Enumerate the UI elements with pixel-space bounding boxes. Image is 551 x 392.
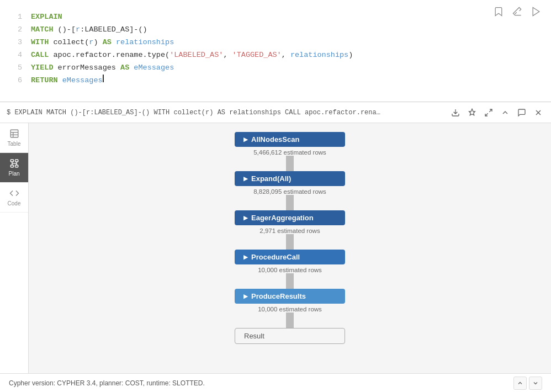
svg-line-1 — [489, 109, 492, 112]
download-icon[interactable] — [449, 107, 462, 119]
run-icon[interactable] — [530, 6, 542, 18]
pin-icon[interactable] — [466, 107, 478, 119]
scroll-up-button[interactable] — [513, 377, 527, 390]
plan-node-eageraggregation[interactable]: ▶ EagerAggregation — [235, 210, 345, 225]
plan-node-procedurecall[interactable]: ▶ ProcedureCall — [235, 250, 345, 264]
plan-node-rows: 10,000 estimated rows — [258, 306, 322, 312]
plan-node-rows: 10,000 estimated rows — [258, 267, 322, 273]
plan-node-label: ProcedureCall — [251, 253, 300, 261]
sidebar-item-plan[interactable]: Plan — [0, 153, 28, 183]
code-line-2[interactable]: 2 MATCH ()-[r:LABELED_AS]-() — [0, 24, 551, 36]
play-icon: ▶ — [243, 215, 248, 221]
code-line-6[interactable]: 6 RETURN eMessages — [0, 75, 551, 87]
sidebar-item-table[interactable]: Table — [0, 123, 28, 153]
code-line-5[interactable]: 5 YIELD errorMessages AS eMessages — [0, 62, 551, 75]
nav-label-code: Code — [8, 200, 21, 206]
connector — [286, 312, 294, 328]
code-line-4[interactable]: 4 CALL apoc.refactor.rename.type('LABELE… — [0, 49, 551, 62]
eraser-icon[interactable] — [511, 6, 523, 18]
nav-label-table: Table — [8, 141, 21, 147]
keyword-yield: YIELD — [31, 62, 54, 75]
close-icon[interactable] — [532, 107, 544, 119]
connector — [286, 156, 294, 171]
svg-line-2 — [485, 113, 488, 116]
side-nav: Table Plan Code — [0, 123, 29, 373]
line-number: 3 — [9, 36, 22, 49]
results-panel: $ EXPLAIN MATCH ()-[r:LABELED_AS]-() WIT… — [0, 102, 551, 392]
status-nav — [513, 377, 542, 390]
results-body: Table Plan Code — [0, 123, 551, 373]
plan-node-allnodesscan[interactable]: ▶ AllNodesScan — [235, 132, 345, 147]
code-line-3[interactable]: 3 WITH collect(r) AS relationships — [0, 36, 551, 49]
plan-node-result[interactable]: Result — [235, 328, 345, 344]
expand-icon[interactable] — [483, 107, 495, 119]
plan-node-label: Expand(All) — [251, 174, 291, 183]
svg-rect-10 — [15, 160, 18, 162]
results-header: $ EXPLAIN MATCH ()-[r:LABELED_AS]-() WIT… — [0, 102, 551, 123]
collapse-up-icon[interactable] — [499, 107, 511, 119]
plan-node-rows: 5,466,612 estimated rows — [253, 149, 326, 156]
plan-node-allnodesscan-wrap: ▶ AllNodesScan 5,466,612 estimated rows — [235, 132, 345, 156]
plan-canvas[interactable]: ▶ AllNodesScan 5,466,612 estimated rows … — [29, 123, 551, 373]
keyword-with: WITH — [31, 36, 49, 49]
line-number: 4 — [9, 49, 22, 62]
plan-node-rows: 2,971 estimated rows — [259, 227, 320, 234]
plan-node-expandall[interactable]: ▶ Expand(All) — [235, 171, 345, 186]
plan-node-procedurecall-wrap: ▶ ProcedureCall 10,000 estimated rows — [235, 250, 345, 273]
code-line-1[interactable]: 1 EXPLAIN — [0, 11, 551, 24]
plan-node-eageraggregation-wrap: ▶ EagerAggregation 2,971 estimated rows — [235, 210, 345, 234]
svg-rect-9 — [10, 160, 13, 162]
editor-toolbar — [492, 6, 542, 18]
connector — [286, 273, 294, 289]
connector — [286, 195, 294, 210]
line-number: 6 — [9, 75, 22, 87]
plan-node-label: AllNodesScan — [251, 135, 299, 144]
scroll-down-button[interactable] — [529, 377, 542, 390]
svg-rect-12 — [15, 165, 18, 167]
line-number: 5 — [9, 62, 22, 75]
comment-icon[interactable] — [516, 107, 528, 119]
nav-label-plan: Plan — [8, 171, 19, 177]
svg-rect-5 — [10, 130, 18, 137]
code-lines: 1 EXPLAIN 2 MATCH ()-[r:LABELED_AS]-() 3… — [0, 7, 551, 92]
plan-tree: ▶ AllNodesScan 5,466,612 estimated rows … — [202, 132, 378, 364]
keyword-call: CALL — [31, 49, 49, 62]
plan-node-produceresults[interactable]: ▶ ProduceResults — [235, 289, 345, 304]
plan-node-result-wrap: Result — [235, 328, 345, 344]
bookmark-icon[interactable] — [492, 6, 505, 18]
plan-node-label: Result — [244, 332, 264, 340]
plan-node-rows: 8,828,095 estimated rows — [253, 188, 326, 195]
svg-rect-11 — [10, 165, 13, 167]
keyword-return: RETURN — [31, 75, 58, 87]
keyword-explain: EXPLAIN — [31, 11, 62, 24]
plan-node-label: ProduceResults — [251, 292, 306, 300]
play-icon: ▶ — [243, 293, 248, 299]
svg-marker-0 — [533, 8, 539, 16]
plan-node-label: EagerAggregation — [251, 214, 314, 222]
text-cursor — [103, 75, 104, 82]
keyword-match: MATCH — [31, 24, 54, 36]
play-icon: ▶ — [243, 176, 248, 182]
play-icon: ▶ — [243, 254, 248, 260]
line-number: 2 — [9, 24, 22, 36]
connector — [286, 234, 294, 250]
plan-node-expandall-wrap: ▶ Expand(All) 8,828,095 estimated rows — [235, 171, 345, 195]
status-bar: Cypher version: CYPHER 3.4, planner: COS… — [0, 373, 551, 392]
play-icon: ▶ — [243, 136, 248, 142]
code-editor: 1 EXPLAIN 2 MATCH ()-[r:LABELED_AS]-() 3… — [0, 0, 551, 102]
results-actions — [449, 107, 544, 119]
line-number: 1 — [9, 11, 22, 24]
results-query-text: $ EXPLAIN MATCH ()-[r:LABELED_AS]-() WIT… — [7, 109, 445, 116]
status-text: Cypher version: CYPHER 3.4, planner: COS… — [9, 379, 205, 387]
sidebar-item-code[interactable]: Code — [0, 183, 28, 213]
plan-node-produceresults-wrap: ▶ ProduceResults 10,000 estimated rows — [235, 289, 345, 312]
